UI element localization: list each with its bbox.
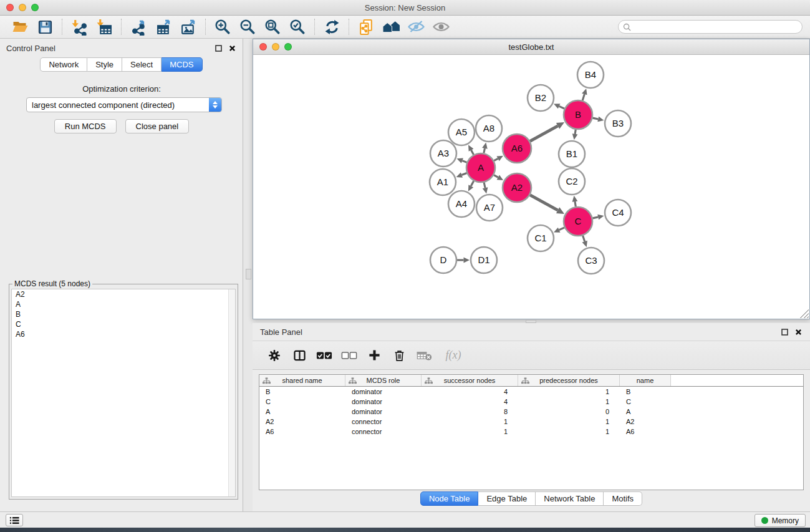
table-tab-edge-table[interactable]: Edge Table <box>478 491 536 506</box>
network-graph[interactable]: B4B2BB3A5A8A6B1A3AA1C2A2A4A7C4CC1C3DD1 <box>253 55 809 319</box>
table-cell: B <box>259 388 345 395</box>
delete-table-button[interactable] <box>415 346 433 365</box>
tab-select[interactable]: Select <box>122 57 162 72</box>
result-list-item[interactable]: C <box>12 319 235 329</box>
show-all-button[interactable] <box>428 17 453 36</box>
column-type-icon <box>425 377 433 384</box>
edge-C-C3[interactable] <box>583 236 585 241</box>
refresh-button[interactable] <box>319 17 344 36</box>
edge-C-C1[interactable] <box>559 228 564 230</box>
plus-icon <box>368 349 381 362</box>
create-column-button[interactable] <box>365 346 383 365</box>
column-type-icon <box>263 377 271 384</box>
edge-A-A1[interactable] <box>461 173 466 175</box>
edge-A-A6[interactable] <box>494 158 498 160</box>
edge-B-B3[interactable] <box>592 118 598 119</box>
close-panel-icon[interactable] <box>228 44 236 52</box>
edge-A-A4[interactable] <box>471 181 473 186</box>
table-row[interactable]: Adominator80A <box>259 407 803 417</box>
first-neighbors-button[interactable] <box>378 17 403 36</box>
search-icon <box>623 23 631 31</box>
tab-style[interactable]: Style <box>87 57 122 72</box>
column-label: successor nodes <box>444 377 496 384</box>
edge-B-B2[interactable] <box>559 106 564 109</box>
table-tab-node-table[interactable]: Node Table <box>420 491 479 506</box>
table-row[interactable]: Bdominator41B <box>259 387 803 397</box>
graph-node-label: A2 <box>511 182 523 193</box>
delete-columns-button[interactable] <box>390 346 408 365</box>
zoom-selected-icon <box>289 18 306 36</box>
table-tab-network-table[interactable]: Network Table <box>536 491 604 506</box>
duplicate-network-icon <box>358 19 375 36</box>
network-window[interactable]: testGlobe.txt B4B2BB3A5A8A6B1A3AA1C2A2A4… <box>253 39 810 319</box>
import-table-button[interactable] <box>92 17 117 36</box>
run-mcds-button[interactable]: Run MCDS <box>54 119 117 133</box>
zoom-fit-button[interactable] <box>260 17 285 36</box>
toggle-column-view-button[interactable] <box>290 346 309 365</box>
tab-network[interactable]: Network <box>40 57 87 72</box>
table-row[interactable]: A2connector11A2 <box>259 417 803 427</box>
task-history-button[interactable] <box>6 514 23 526</box>
network-window-titlebar[interactable]: testGlobe.txt <box>253 39 809 55</box>
graph-node-label: A6 <box>511 143 523 153</box>
edge-A-A8[interactable] <box>484 148 485 153</box>
close-panel-button[interactable]: Close panel <box>125 119 190 133</box>
result-list-item[interactable]: A6 <box>12 329 235 339</box>
close-table-panel-icon[interactable] <box>794 328 803 336</box>
result-list-item[interactable]: A <box>12 299 235 309</box>
edge-C-C4[interactable] <box>592 217 598 218</box>
control-panel-tabs: NetworkStyleSelectMCDS <box>0 57 243 72</box>
table-row[interactable]: Cdominator41C <box>259 397 803 407</box>
vertical-splitter-handle[interactable] <box>246 269 251 279</box>
result-list-item[interactable]: A2 <box>12 289 235 299</box>
edge-B-B4[interactable] <box>582 94 584 100</box>
optimization-criterion-select[interactable]: largest connected component (directed) <box>26 97 222 112</box>
mcds-result-list[interactable]: A2ABCA6 <box>11 289 236 497</box>
result-scrollbar[interactable] <box>228 289 235 496</box>
column-header-name[interactable]: name <box>620 375 671 386</box>
search-field[interactable] <box>618 20 803 34</box>
edge-A-A2[interactable] <box>494 175 498 178</box>
save-session-button[interactable] <box>32 17 57 36</box>
edge-B-B1[interactable] <box>575 130 576 134</box>
edge-A-A7[interactable] <box>484 182 485 188</box>
apply-function-button[interactable]: f(x) <box>440 346 467 365</box>
search-input[interactable] <box>631 22 802 31</box>
tab-mcds[interactable]: MCDS <box>162 57 202 72</box>
table-row[interactable]: A6connector11A6 <box>259 427 803 437</box>
float-table-panel-icon[interactable] <box>781 328 789 336</box>
export-network-button[interactable] <box>126 17 151 36</box>
export-table-button[interactable] <box>151 17 176 36</box>
hide-selected-button[interactable] <box>403 17 428 36</box>
node-table[interactable]: shared nameMCDS rolesuccessor nodesprede… <box>259 374 804 490</box>
zoom-out-button[interactable] <box>235 17 260 36</box>
toolbar-separator <box>121 19 122 35</box>
column-header-predecessor-nodes[interactable]: predecessor nodes <box>518 375 620 386</box>
result-list-item[interactable]: B <box>12 309 235 319</box>
edge-A-A3[interactable] <box>462 161 466 163</box>
resize-grip[interactable] <box>800 309 809 318</box>
new-network-from-selection-button[interactable] <box>354 17 378 36</box>
table-settings-button[interactable] <box>265 346 284 365</box>
import-network-button[interactable] <box>67 17 92 36</box>
column-header-MCDS-role[interactable]: MCDS role <box>345 375 422 386</box>
edge-A6-B[interactable] <box>530 126 558 142</box>
open-file-button[interactable] <box>7 17 32 36</box>
float-panel-icon[interactable] <box>215 44 223 52</box>
zoom-selected-button[interactable] <box>285 17 310 36</box>
deselect-all-button[interactable] <box>340 346 359 365</box>
graph-node-label: C4 <box>612 207 624 218</box>
window-titlebar[interactable]: Session: New Session <box>0 0 810 16</box>
column-header-shared-name[interactable]: shared name <box>259 375 345 386</box>
memory-button[interactable]: Memory <box>755 514 806 527</box>
edge-C-C2[interactable] <box>575 201 576 206</box>
edge-A-A5[interactable] <box>471 150 474 155</box>
edge-A2-C[interactable] <box>530 195 558 211</box>
network-canvas[interactable]: B4B2BB3A5A8A6B1A3AA1C2A2A4A7C4CC1C3DD1 <box>253 55 809 319</box>
column-header-successor-nodes[interactable]: successor nodes <box>422 375 518 386</box>
select-all-button[interactable] <box>315 346 334 365</box>
table-tab-motifs[interactable]: Motifs <box>604 491 642 506</box>
zoom-in-button[interactable] <box>210 17 235 36</box>
export-image-button[interactable] <box>176 17 201 36</box>
gear-icon <box>268 349 281 362</box>
